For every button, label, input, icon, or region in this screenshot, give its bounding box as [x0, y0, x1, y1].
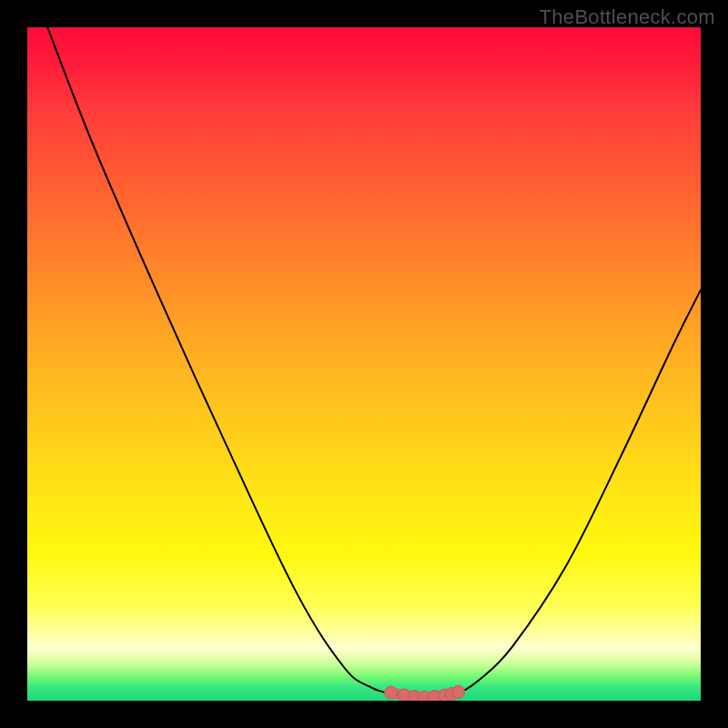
plateau-marker — [385, 686, 398, 699]
bottleneck-curve — [27, 27, 701, 701]
curve-right-branch — [459, 290, 701, 694]
plateau-marker — [452, 685, 465, 698]
plot-area — [27, 27, 701, 701]
watermark-text: TheBottleneck.com — [540, 5, 715, 29]
chart-frame: TheBottleneck.com — [0, 0, 728, 728]
curve-left-branch — [47, 27, 390, 694]
